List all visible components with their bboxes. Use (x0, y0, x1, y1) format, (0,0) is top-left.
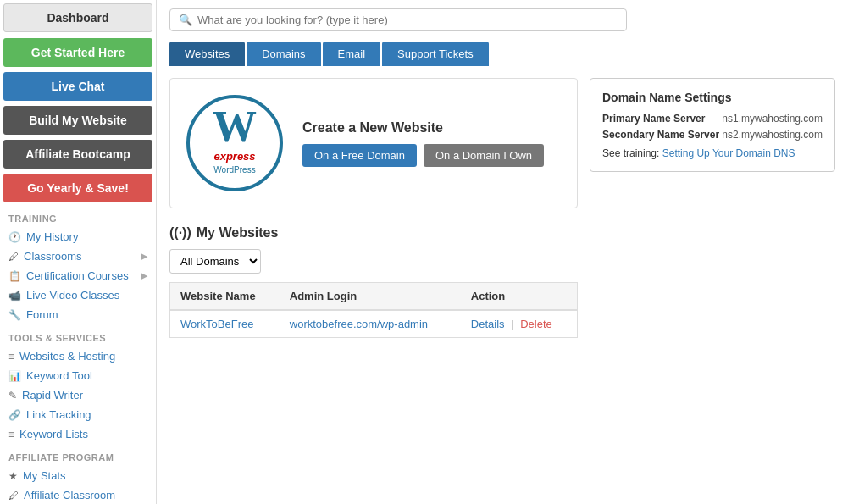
website-name-cell: WorkToBeFree (170, 310, 280, 338)
go-yearly-button[interactable]: Go Yearly & Save! (3, 174, 152, 202)
col-action: Action (461, 283, 578, 311)
create-website-box: W express WordPress Create a New Website… (169, 78, 578, 208)
admin-login-link[interactable]: worktobefree.com/wp-admin (290, 318, 428, 330)
tabs: Websites Domains Email Support Tickets (169, 42, 835, 66)
tab-domains[interactable]: Domains (247, 42, 320, 66)
left-panel: W express WordPress Create a New Website… (169, 78, 578, 338)
tab-email[interactable]: Email (323, 42, 381, 66)
dns-primary-row: Primary Name Server ns1.mywahosting.com (602, 113, 823, 125)
free-domain-button[interactable]: On a Free Domain (302, 144, 417, 167)
svg-text:W: W (213, 102, 257, 151)
tab-websites[interactable]: Websites (169, 42, 245, 66)
sidebar-item-my-history[interactable]: 🕐 My History (0, 227, 156, 246)
secondary-value: ns2.mywahosting.com (722, 129, 823, 141)
clock-icon: 🕐 (8, 231, 21, 243)
link-icon: 🔗 (8, 409, 21, 421)
sidebar-item-keyword-lists[interactable]: ≡ Keyword Lists (0, 424, 156, 444)
action-separator: | (511, 318, 513, 330)
search-icon: 🔍 (179, 14, 192, 26)
dns-training-row: See training: Setting Up Your Domain DNS (602, 147, 823, 159)
secondary-label: Secondary Name Server (602, 129, 719, 141)
pencil-icon: ✎ (8, 390, 17, 402)
get-started-button[interactable]: Get Started Here (3, 38, 152, 67)
sidebar-item-websites-hosting[interactable]: ≡ Websites & Hosting (0, 346, 156, 366)
col-website-name: Website Name (170, 283, 280, 311)
delete-link[interactable]: Delete (520, 318, 552, 330)
sidebar-item-link-tracking[interactable]: 🔗 Link Tracking (0, 405, 156, 424)
action-cell: Details | Delete (461, 310, 578, 338)
domain-filter-select[interactable]: All Domains (169, 249, 261, 274)
svg-text:WordPress: WordPress (213, 165, 255, 174)
dns-title: Domain Name Settings (602, 91, 823, 104)
table-row: WorkToBeFree worktobefree.com/wp-admin D… (170, 310, 578, 338)
search-bar: 🔍 (169, 8, 627, 31)
websites-table: Website Name Admin Login Action WorkToBe… (169, 282, 578, 338)
affiliate-bootcamp-button[interactable]: Affiliate Bootcamp (3, 140, 152, 169)
sidebar-item-keyword-tool[interactable]: 📊 Keyword Tool (0, 366, 156, 385)
svg-text:express: express (213, 150, 255, 163)
sidebar-item-classrooms[interactable]: 🖊 Classrooms ▶ (0, 246, 156, 266)
create-info: Create a New Website On a Free Domain On… (302, 120, 544, 167)
sidebar-item-rapid-writer[interactable]: ✎ Rapid Writer (0, 385, 156, 405)
cert-icon: 📋 (8, 270, 21, 282)
star-icon: ★ (8, 470, 18, 482)
own-domain-button[interactable]: On a Domain I Own (424, 144, 544, 167)
col-admin-login: Admin Login (280, 283, 461, 311)
grid-icon: ≡ (8, 351, 14, 363)
wifi-icon: ((·)) (169, 225, 191, 241)
wordpress-logo: W express WordPress (184, 92, 285, 194)
training-link[interactable]: Setting Up Your Domain DNS (662, 147, 795, 159)
classroom-icon: 🖊 (8, 251, 19, 263)
video-icon: 📹 (8, 290, 21, 302)
chevron-right-icon: ▶ (141, 270, 147, 281)
primary-value: ns1.mywahosting.com (722, 113, 823, 125)
build-website-button[interactable]: Build My Website (3, 106, 152, 135)
dashboard-button[interactable]: Dashboard (3, 3, 152, 32)
tools-section-title: TOOLS & SERVICES (0, 324, 156, 346)
sidebar-item-my-stats[interactable]: ★ My Stats (0, 466, 156, 485)
dns-settings-box: Domain Name Settings Primary Name Server… (590, 78, 835, 172)
filter-row: All Domains (169, 249, 578, 274)
details-link[interactable]: Details (471, 318, 505, 330)
domain-buttons: On a Free Domain On a Domain I Own (302, 144, 544, 167)
create-title: Create a New Website (302, 120, 544, 136)
main-content: 🔍 Websites Domains Email Support Tickets… (157, 0, 848, 504)
list-icon: ≡ (8, 429, 14, 440)
my-websites-section: ((·)) My Websites All Domains Website Na… (169, 225, 578, 338)
primary-label: Primary Name Server (602, 113, 705, 125)
tab-support-tickets[interactable]: Support Tickets (382, 42, 489, 66)
dns-secondary-row: Secondary Name Server ns2.mywahosting.co… (602, 129, 823, 141)
sidebar-item-affiliate-classroom[interactable]: 🖊 Affiliate Classroom (0, 485, 156, 504)
live-chat-button[interactable]: Live Chat (3, 72, 152, 101)
affiliate-section-title: AFFILIATE PROGRAM (0, 444, 156, 466)
website-name-link[interactable]: WorkToBeFree (180, 318, 253, 330)
affiliate-classroom-icon: 🖊 (8, 490, 19, 501)
sidebar: Dashboard Get Started Here Live Chat Bui… (0, 0, 157, 504)
sidebar-item-certification-courses[interactable]: 📋 Certification Courses ▶ (0, 266, 156, 285)
sidebar-item-forum[interactable]: 🔧 Forum (0, 305, 156, 324)
training-section-title: TRAINING (0, 205, 156, 227)
chart-icon: 📊 (8, 370, 21, 382)
training-prefix: See training: (602, 147, 659, 159)
search-input[interactable] (197, 14, 618, 26)
wrench-icon: 🔧 (8, 309, 21, 321)
chevron-right-icon: ▶ (141, 251, 147, 262)
my-websites-title: ((·)) My Websites (169, 225, 578, 241)
content-area: W express WordPress Create a New Website… (169, 78, 835, 338)
admin-login-cell: worktobefree.com/wp-admin (280, 310, 461, 338)
sidebar-item-live-video-classes[interactable]: 📹 Live Video Classes (0, 285, 156, 305)
